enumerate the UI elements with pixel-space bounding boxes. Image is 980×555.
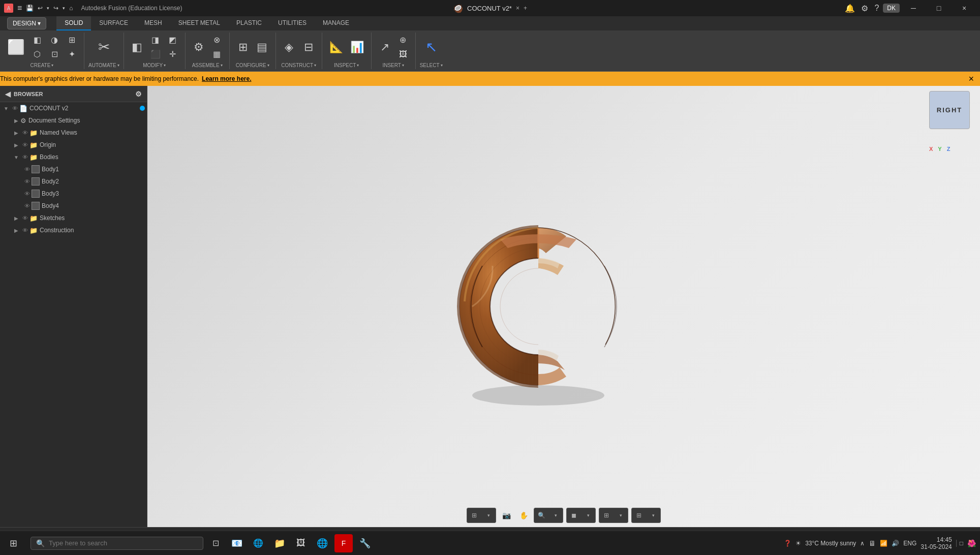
configure-btn1[interactable]: ⊞: [234, 33, 252, 61]
volume-icon[interactable]: 🔊: [892, 540, 899, 547]
undo-dropdown[interactable]: ▾: [47, 6, 49, 11]
photos-app-icon[interactable]: 🖼: [292, 534, 310, 552]
close-tab-icon[interactable]: ×: [516, 5, 519, 12]
assemble-chevron[interactable]: ▾: [221, 63, 223, 68]
tab-mesh[interactable]: MESH: [136, 16, 170, 30]
zoom-btn[interactable]: 🔍: [534, 508, 548, 522]
insert-btn1[interactable]: ↗: [376, 33, 394, 61]
tree-vis-body2[interactable]: 👁: [22, 178, 32, 184]
tree-item-body1[interactable]: 👁 Body1: [0, 163, 147, 175]
camera-btn[interactable]: 📷: [499, 508, 513, 522]
create-more-btn[interactable]: ✦: [64, 48, 80, 61]
app2-icon[interactable]: 🔧: [356, 534, 374, 552]
viewcube[interactable]: RIGHT X Y Z: [929, 91, 975, 137]
tree-item-body2[interactable]: 👁 Body2: [0, 175, 147, 188]
wifi-icon[interactable]: 📶: [880, 540, 887, 547]
select-btn[interactable]: ↖: [422, 33, 440, 61]
view-chevron[interactable]: ▾: [646, 508, 660, 522]
taskbar-search-box[interactable]: 🔍: [30, 537, 203, 550]
home-btn[interactable]: ⌂: [69, 5, 73, 12]
modify-chevron[interactable]: ▾: [164, 63, 166, 68]
tree-item-root[interactable]: ▼ 👁 📄 COCONUT v2: [0, 102, 147, 114]
user-avatar[interactable]: DK: [883, 4, 900, 13]
show-desktop-btn[interactable]: □: [956, 540, 963, 547]
snap-chevron[interactable]: ▾: [481, 508, 496, 522]
select-chevron[interactable]: ▾: [441, 63, 443, 68]
tree-item-body3[interactable]: 👁 Body3: [0, 188, 147, 200]
settings-icon[interactable]: ⚙: [859, 2, 870, 15]
tree-toggle-sketches[interactable]: ▶: [12, 215, 20, 221]
tree-vis-named-views[interactable]: 👁: [20, 130, 29, 136]
insert-btn2[interactable]: ⊕: [395, 34, 411, 47]
assemble-btn3[interactable]: ▦: [209, 48, 225, 61]
tree-item-bodies[interactable]: ▼ 👁 📁 Bodies: [0, 151, 147, 163]
view-btn[interactable]: ⊞: [632, 508, 646, 522]
browser-settings-icon[interactable]: ⚙: [135, 90, 142, 98]
clock-date[interactable]: 14:45 31-05-2024: [921, 536, 952, 550]
insert-btn3[interactable]: 🖼: [395, 48, 411, 61]
warning-close-btn[interactable]: ×: [966, 74, 976, 84]
hamburger-icon[interactable]: ≡: [17, 4, 22, 13]
display-mode-btn[interactable]: ◼: [567, 508, 581, 522]
tree-toggle-construction[interactable]: ▶: [12, 228, 20, 233]
tree-toggle-origin[interactable]: ▶: [12, 142, 20, 148]
create-new-component-btn[interactable]: ⬜: [4, 34, 28, 60]
tree-vis-bodies[interactable]: 👁: [20, 154, 29, 160]
tree-vis-origin[interactable]: 👁: [20, 142, 29, 148]
tree-vis-root[interactable]: 👁: [10, 105, 19, 111]
save-btn[interactable]: 💾: [26, 5, 34, 12]
undo-btn[interactable]: ↩: [38, 5, 43, 12]
new-tab-btn[interactable]: +: [524, 5, 527, 12]
assemble-btn1[interactable]: ⚙: [190, 33, 208, 61]
viewport-canvas[interactable]: RIGHT X Y Z ⊞ ▾ 📷 ✋ 🔍 ▾: [147, 86, 980, 527]
help-circle-icon[interactable]: ❓: [784, 540, 791, 547]
taskview-btn[interactable]: ⊡: [206, 534, 225, 552]
tab-manage[interactable]: MANAGE: [315, 16, 357, 30]
create-hole-btn[interactable]: ⊞: [64, 34, 80, 47]
tree-item-body4[interactable]: 👁 Body4: [0, 200, 147, 212]
tree-toggle-named-views[interactable]: ▶: [12, 130, 20, 136]
tree-item-construction[interactable]: ▶ 👁 📁 Construction: [0, 224, 147, 236]
notifications-icon[interactable]: 🔔: [843, 2, 857, 15]
design-dropdown-btn[interactable]: DESIGN ▾: [7, 17, 46, 29]
edge-app-icon[interactable]: 🌐: [249, 534, 267, 552]
construct-btn1[interactable]: ◈: [280, 33, 298, 61]
tree-toggle-doc-settings[interactable]: ▶: [12, 118, 20, 124]
maximize-btn[interactable]: □: [927, 0, 951, 16]
create-chevron[interactable]: ▾: [51, 63, 53, 68]
taskbar-search-input[interactable]: [49, 539, 198, 547]
help-icon[interactable]: ?: [872, 2, 881, 15]
snap-btn[interactable]: ⊞: [467, 508, 481, 522]
browser-collapse-icon[interactable]: ◀: [5, 90, 11, 98]
chrome-app-icon[interactable]: 🌐: [313, 534, 331, 552]
network-icon[interactable]: 🖥: [869, 539, 876, 547]
modify-draft-btn[interactable]: ◩: [165, 34, 181, 47]
taskbar-end-icon[interactable]: 🌺: [967, 539, 976, 547]
app1-icon[interactable]: F: [334, 534, 353, 552]
tree-item-named-views[interactable]: ▶ 👁 📁 Named Views: [0, 127, 147, 139]
automate-chevron[interactable]: ▾: [117, 63, 119, 68]
construct-chevron[interactable]: ▾: [314, 63, 316, 68]
tab-solid[interactable]: SOLID: [56, 16, 91, 30]
viewport[interactable]: RIGHT X Y Z ⊞ ▾ 📷 ✋ 🔍 ▾: [147, 86, 980, 527]
system-tray-chevron[interactable]: ∧: [860, 540, 865, 547]
tree-vis-sketches[interactable]: 👁: [20, 215, 29, 221]
modify-fillet-btn[interactable]: ◧: [128, 33, 146, 61]
grid-chevron[interactable]: ▾: [614, 508, 628, 522]
redo-btn[interactable]: ↪: [53, 5, 58, 12]
create-loft-btn[interactable]: ⊡: [46, 48, 63, 61]
start-menu-btn[interactable]: ⊞: [4, 534, 22, 552]
minimize-btn[interactable]: ─: [902, 0, 925, 16]
tree-item-origin[interactable]: ▶ 👁 📁 Origin: [0, 139, 147, 151]
tree-vis-body1[interactable]: 👁: [22, 166, 32, 172]
zoom-chevron[interactable]: ▾: [548, 508, 563, 522]
tree-vis-body4[interactable]: 👁: [22, 203, 32, 209]
automate-btn[interactable]: ✂: [95, 33, 113, 61]
tree-toggle-bodies[interactable]: ▼: [12, 155, 20, 160]
mail-app-icon[interactable]: 📧: [228, 534, 246, 552]
tree-vis-construction[interactable]: 👁: [20, 227, 29, 233]
configure-chevron[interactable]: ▾: [267, 63, 269, 68]
inspect-chevron[interactable]: ▾: [357, 63, 359, 68]
tree-vis-body3[interactable]: 👁: [22, 191, 32, 197]
pan-btn[interactable]: ✋: [516, 508, 531, 522]
